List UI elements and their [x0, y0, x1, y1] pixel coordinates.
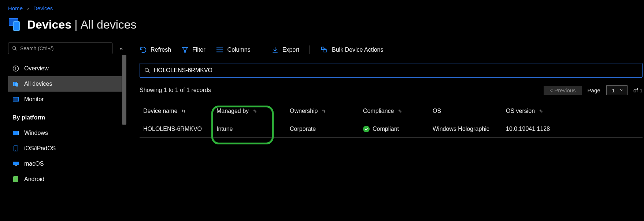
- search-icon: [144, 67, 150, 73]
- tablet-icon: [12, 145, 19, 152]
- sidebar-item-monitor[interactable]: Monitor: [8, 92, 122, 107]
- breadcrumb-devices[interactable]: Devices: [33, 5, 53, 11]
- sidebar-item-macos[interactable]: macOS: [8, 156, 122, 172]
- sidebar-search-input[interactable]: [20, 45, 108, 51]
- cell-managed-by: Intune: [216, 126, 290, 132]
- columns-button[interactable]: Columns: [216, 47, 251, 53]
- export-button[interactable]: Export: [271, 46, 299, 54]
- svg-rect-10: [321, 47, 324, 50]
- cell-os-version: 10.0.19041.1128: [506, 126, 579, 132]
- sidebar-section-by-platform: By platform: [8, 107, 126, 125]
- sidebar-item-windows[interactable]: Windows: [8, 125, 122, 141]
- cell-ownership: Corporate: [290, 126, 363, 132]
- bulk-actions-button[interactable]: Bulk Device Actions: [320, 46, 384, 54]
- breadcrumb-home[interactable]: Home: [8, 5, 23, 11]
- toolbar-divider: [310, 45, 310, 54]
- sidebar-item-label: All devices: [24, 81, 52, 87]
- columns-icon: [216, 47, 224, 53]
- sidebar-search[interactable]: [8, 43, 112, 54]
- bulk-label: Bulk Device Actions: [332, 47, 384, 53]
- page-title-separator: |: [74, 18, 77, 31]
- main-content: Refresh Filter Columns Export Bulk Devic…: [126, 40, 644, 221]
- svg-point-4: [15, 67, 16, 68]
- pager-page-select[interactable]: 1: [606, 85, 628, 95]
- col-label: OS: [433, 108, 441, 114]
- breadcrumb-separator: ›: [27, 5, 29, 11]
- page-title-main: Devices: [27, 18, 71, 31]
- svg-point-0: [13, 47, 16, 49]
- devices-small-icon: [12, 81, 19, 87]
- windows-icon: [12, 130, 19, 136]
- android-icon: [12, 176, 19, 183]
- col-os-version[interactable]: OS version: [506, 108, 579, 114]
- sidebar-item-all-devices[interactable]: All devices: [8, 76, 122, 92]
- sidebar-item-overview[interactable]: Overview: [8, 61, 122, 76]
- columns-label: Columns: [227, 47, 251, 53]
- filter-button[interactable]: Filter: [181, 46, 206, 54]
- cell-compliance: Compliant: [363, 126, 433, 132]
- col-label: Ownership: [290, 108, 318, 114]
- pager-of-label: of 1: [633, 87, 643, 93]
- records-status: Showing 1 to 1 of 1 records: [140, 87, 211, 93]
- compliance-text: Compliant: [373, 126, 399, 132]
- imac-icon: [12, 161, 19, 167]
- sidebar-item-ios[interactable]: iOS/iPadOS: [8, 141, 122, 156]
- chevron-down-icon: [619, 87, 623, 93]
- col-device-name[interactable]: Device name: [143, 108, 216, 114]
- table-header-row: Device name Managed by Ownership Complia…: [140, 102, 643, 120]
- page-title: Devices | All devices: [0, 13, 644, 40]
- sort-icon: [252, 108, 258, 114]
- col-ownership[interactable]: Ownership: [290, 108, 363, 114]
- main-search[interactable]: [140, 63, 643, 78]
- sidebar-item-label: macOS: [24, 161, 44, 167]
- toolbar-divider: [261, 45, 261, 54]
- sidebar: « Overview All devices Monitor By platfo…: [0, 40, 126, 221]
- sort-icon: [321, 108, 327, 114]
- filter-icon: [181, 46, 189, 54]
- devices-table: Device name Managed by Ownership Complia…: [140, 102, 643, 138]
- cell-device-name: HOLOLENS-6RMKVO: [143, 126, 216, 132]
- sort-icon: [180, 108, 187, 114]
- refresh-button[interactable]: Refresh: [140, 46, 171, 54]
- sort-icon: [538, 108, 544, 114]
- toolbar: Refresh Filter Columns Export Bulk Devic…: [140, 40, 643, 59]
- download-icon: [271, 46, 279, 54]
- col-compliance[interactable]: Compliance: [363, 108, 433, 114]
- col-label: OS version: [506, 108, 535, 114]
- col-label: Compliance: [363, 108, 394, 114]
- compliant-check-icon: [363, 126, 370, 132]
- sort-icon: [397, 108, 403, 114]
- cell-os: Windows Holographic: [433, 126, 506, 132]
- monitor-icon: [12, 96, 19, 103]
- search-icon: [12, 46, 17, 51]
- svg-marker-5: [182, 47, 188, 52]
- table-row[interactable]: HOLOLENS-6RMKVO Intune Corporate Complia…: [140, 120, 643, 138]
- col-label: Device name: [143, 108, 177, 114]
- sidebar-item-label: Overview: [24, 65, 49, 72]
- svg-line-1: [15, 49, 17, 51]
- svg-point-14: [145, 68, 148, 71]
- breadcrumb: Home › Devices: [0, 0, 644, 13]
- col-os[interactable]: OS: [433, 108, 506, 114]
- main-search-input[interactable]: [154, 67, 638, 74]
- sidebar-item-label: iOS/iPadOS: [24, 145, 56, 152]
- page-title-sub: All devices: [81, 18, 137, 31]
- sidebar-collapse-button[interactable]: «: [120, 45, 123, 51]
- devices-icon: [8, 18, 22, 32]
- sidebar-scrollbar[interactable]: [122, 55, 126, 183]
- col-label: Managed by: [216, 108, 249, 114]
- pager-page-value: 1: [612, 87, 615, 93]
- sidebar-item-android[interactable]: Android: [8, 172, 122, 187]
- pager-prev-button[interactable]: < Previous: [544, 86, 581, 95]
- svg-rect-11: [324, 49, 326, 52]
- col-managed-by[interactable]: Managed by: [216, 108, 290, 114]
- filter-label: Filter: [192, 47, 206, 53]
- export-label: Export: [282, 47, 299, 53]
- bulk-icon: [320, 46, 328, 54]
- svg-line-15: [148, 71, 149, 73]
- pager-page-label: Page: [588, 87, 600, 93]
- refresh-label: Refresh: [151, 47, 171, 53]
- sidebar-item-label: Monitor: [24, 96, 44, 103]
- refresh-icon: [140, 46, 147, 54]
- sidebar-item-label: Android: [24, 176, 44, 183]
